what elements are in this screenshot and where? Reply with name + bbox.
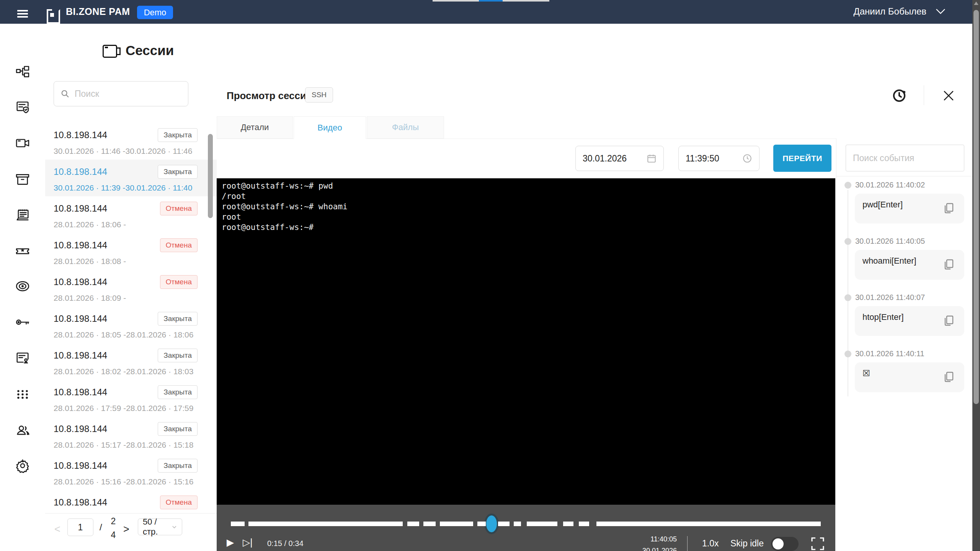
session-list-item[interactable]: 10.8.198.144 Закрыта 28.01.2026 · 17:59 …: [45, 380, 217, 417]
session-list-item[interactable]: 10.8.198.144 Отмена 28.01.2026 · 18:06 -: [45, 196, 217, 233]
playhead-handle[interactable]: [486, 515, 497, 532]
speed-button[interactable]: 1.0x: [702, 538, 719, 549]
copy-icon[interactable]: [943, 258, 955, 271]
session-list: 10.8.198.144 Закрыта 30.01.2026 · 11:46 …: [45, 123, 217, 514]
seek-controls: 30.01.2026 11:39:50 ПЕРЕЙТИ: [217, 139, 835, 178]
product-title: BI.ZONE PAM: [66, 6, 130, 17]
progress-segment: [527, 522, 558, 526]
copy-icon[interactable]: [943, 202, 955, 214]
session-search-input[interactable]: Поиск: [54, 81, 188, 106]
sidebar-item-accounts[interactable]: [14, 350, 31, 367]
sidebar-item-settings[interactable]: [14, 457, 31, 474]
copy-icon[interactable]: [943, 371, 955, 383]
icon-sidebar: [0, 24, 46, 551]
session-list-scrollbar[interactable]: [208, 134, 213, 218]
sidebar-item-policies[interactable]: [14, 99, 31, 116]
sidebar-item-sessions[interactable]: [14, 135, 31, 152]
archive-box-icon: [15, 172, 30, 187]
terminal-line: root@outstaff-ws:~#: [217, 222, 835, 233]
session-period: 30.01.2026 · 11:46 -30.01.2026 · 11:46: [54, 147, 198, 156]
session-period: 28.01.2026 · 15:17 -28.01.2026 · 15:18: [54, 440, 198, 450]
tab-video[interactable]: Видео: [294, 116, 366, 139]
session-list-item[interactable]: 10.8.198.144 Закрыта 28.01.2026 · 18:02 …: [45, 343, 217, 380]
progress-segment: [563, 522, 573, 526]
progress-segment: [498, 522, 510, 526]
session-period: 28.01.2026 · 18:09 -: [54, 293, 198, 303]
event-item: 30.01.2026 11:40:07 htop[Enter]: [844, 293, 973, 336]
session-list-item[interactable]: 10.8.198.144 Отмена 28.01.2026 · 18:08 -: [45, 233, 217, 270]
event-card: whoami[Enter]: [855, 250, 964, 280]
session-status-badge: Закрыта: [158, 422, 198, 436]
page-header: Сессии: [45, 24, 972, 78]
timeline-dot: [844, 294, 851, 301]
play-button[interactable]: ▶: [227, 537, 234, 548]
users-icon: [15, 423, 30, 437]
date-input[interactable]: 30.01.2026: [575, 146, 664, 171]
progress-segment: [407, 522, 420, 526]
next-event-button[interactable]: ▷|: [243, 537, 253, 548]
terminal-line: /root: [217, 191, 835, 202]
session-list-item[interactable]: 10.8.198.144 Закрыта 30.01.2026 · 11:39 …: [45, 160, 217, 196]
controls-divider: [687, 536, 688, 551]
progress-segment: [423, 522, 436, 526]
event-time: 30.01.2026 11:40:07: [855, 293, 973, 302]
window-scrollbar[interactable]: [972, 0, 980, 551]
event-item: 30.01.2026 11:40:02 pwd[Enter]: [844, 181, 973, 223]
session-status-badge: Закрыта: [158, 312, 198, 326]
session-list-item[interactable]: 10.8.198.144 Закрыта 28.01.2026 · 15:17 …: [45, 417, 217, 453]
session-list-item[interactable]: 10.8.198.144 Отмена 28.01.2026 · 18:09 -: [45, 270, 217, 306]
session-list-item[interactable]: 10.8.198.144 Отмена: [45, 490, 217, 514]
session-status-badge: Отмена: [160, 496, 198, 509]
viewer-tabs: Детали Видео Файлы: [217, 116, 972, 139]
session-status-badge: Отмена: [160, 238, 198, 252]
scroll-up-arrow-icon[interactable]: [974, 2, 978, 5]
copy-icon[interactable]: [943, 315, 955, 327]
hamburger-menu-icon[interactable]: [17, 10, 28, 19]
sidebar-item-resources[interactable]: [14, 64, 31, 80]
scrollbar-thumb[interactable]: [973, 10, 979, 404]
sidebar-item-archive[interactable]: [14, 171, 31, 188]
sidebar-item-apps[interactable]: [14, 386, 31, 403]
sitemap-icon: [15, 65, 30, 79]
history-clock-icon: [892, 88, 907, 103]
sidebar-item-tickets[interactable]: [14, 242, 31, 259]
pagination-next-icon[interactable]: >: [123, 523, 129, 535]
sidebar-item-journal[interactable]: [14, 207, 31, 223]
sidebar-item-users[interactable]: [14, 422, 31, 439]
sidebar-item-credentials[interactable]: [14, 314, 31, 331]
sidebar-item-records[interactable]: [14, 278, 31, 295]
timeline-dot: [844, 350, 851, 357]
progress-segment: [596, 522, 821, 526]
progress-bar[interactable]: [223, 522, 829, 526]
pagination-prev-icon[interactable]: <: [54, 523, 60, 535]
session-status-badge: Закрыта: [158, 385, 198, 399]
search-icon: [61, 90, 69, 98]
pagination-total-pages: 24: [110, 514, 116, 542]
user-menu[interactable]: Даниил Бобылев: [853, 6, 946, 17]
pagination-page-input[interactable]: 1: [67, 518, 93, 536]
page-size-select[interactable]: 50 / стр.: [138, 518, 182, 535]
skip-idle-toggle[interactable]: [771, 537, 799, 551]
timeline-dot: [844, 182, 851, 189]
session-list-item[interactable]: 10.8.198.144 Закрыта 28.01.2026 · 15:16 …: [45, 453, 217, 490]
progress-segment: [248, 522, 403, 526]
document-shield-icon: [15, 100, 30, 115]
session-list-item[interactable]: 10.8.198.144 Закрыта 28.01.2026 · 18:05 …: [45, 306, 217, 343]
close-button[interactable]: [941, 88, 956, 103]
tab-details[interactable]: Детали: [217, 116, 293, 139]
header-divider: [924, 85, 924, 105]
session-ip: 10.8.198.144: [54, 166, 107, 177]
time-input[interactable]: 11:39:50: [678, 146, 760, 171]
progress-segment: [579, 522, 589, 526]
progress-segment: [477, 522, 486, 526]
go-button[interactable]: ПЕРЕЙТИ: [773, 145, 831, 172]
player-controls-bar: ▶ ▷| 0:15 / 0:34 11:40:05 30.01.2026 1.0…: [217, 505, 835, 551]
event-item: 30.01.2026 11:40:11 ☒: [844, 349, 973, 392]
top-strip-gray-right: [503, 0, 549, 2]
history-button[interactable]: [892, 88, 907, 103]
session-list-item[interactable]: 10.8.198.144 Закрыта 30.01.2026 · 11:46 …: [45, 123, 217, 160]
fullscreen-icon[interactable]: [811, 537, 825, 551]
event-time: 30.01.2026 11:40:02: [855, 181, 973, 190]
event-search-input[interactable]: Поиск события: [846, 145, 964, 171]
tab-files[interactable]: Файлы: [367, 116, 444, 139]
